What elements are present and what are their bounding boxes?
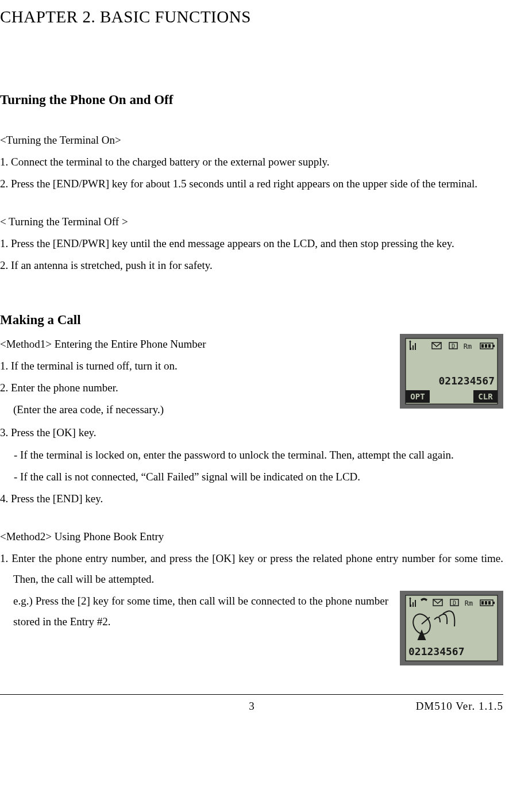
svg-text:D: D xyxy=(453,600,456,606)
m1-step-3-b2: - If the call is not connected, “Call Fa… xyxy=(0,467,503,487)
svg-rect-11 xyxy=(493,345,495,347)
svg-rect-28 xyxy=(493,602,495,604)
lcd1-number: 021234567 xyxy=(438,375,495,387)
page-number: 3 xyxy=(168,696,336,717)
lcd-figure-2: D Rm 021234567 xyxy=(400,591,503,665)
lcd1-clr: CLR xyxy=(478,392,493,401)
subheading-turn-on: <Turning the Terminal On> xyxy=(0,130,503,151)
section-heading-power: Turning the Phone On and Off xyxy=(0,87,503,113)
step-on-2: 2. Press the [END/PWR] key for about 1.5… xyxy=(0,174,503,194)
step-on-1: 1. Connect the terminal to the charged b… xyxy=(0,152,503,172)
svg-rect-4 xyxy=(415,343,416,350)
m2-step-1: 1. Enter the phone entry number, and pre… xyxy=(0,548,503,590)
svg-rect-13 xyxy=(485,344,487,348)
svg-text:Rm: Rm xyxy=(465,599,473,607)
section-heading-call: Making a Call xyxy=(0,307,503,333)
model-version: DM510 Ver. 1.1.5 xyxy=(336,696,503,717)
method2-heading: <Method2> Using Phone Book Entry xyxy=(0,526,503,547)
lcd-figure-1: D Rm 021234567 OPT CLR xyxy=(400,334,503,409)
svg-rect-31 xyxy=(488,601,491,605)
svg-rect-22 xyxy=(410,599,411,607)
m1-step-3: 3. Press the [OK] key. xyxy=(0,422,503,443)
svg-rect-3 xyxy=(412,345,414,350)
chapter-title: CHAPTER 2. BASIC FUNCTIONS xyxy=(0,1,503,33)
svg-rect-20 xyxy=(412,602,414,607)
step-off-2: 2. If an antenna is stretched, push it i… xyxy=(0,255,503,276)
lcd1-opt: OPT xyxy=(410,392,425,401)
svg-text:D: D xyxy=(452,343,455,349)
m1-step-3-b1: - If the terminal is locked on, enter th… xyxy=(0,445,503,465)
page-footer: 3 DM510 Ver. 1.1.5 xyxy=(0,694,503,717)
step-off-1: 1. Press the [END/PWR] key until the end… xyxy=(0,233,503,254)
lcd2-number: 021234567 xyxy=(408,645,465,657)
svg-rect-30 xyxy=(485,601,487,605)
svg-rect-21 xyxy=(415,600,416,607)
subheading-turn-off: < Turning the Terminal Off > xyxy=(0,211,503,232)
svg-rect-5 xyxy=(410,342,411,350)
svg-rect-29 xyxy=(481,601,484,605)
svg-rect-12 xyxy=(481,344,484,348)
svg-text:Rm: Rm xyxy=(464,342,472,351)
svg-rect-14 xyxy=(488,344,491,348)
m1-step-4: 4. Press the [END] key. xyxy=(0,488,503,509)
